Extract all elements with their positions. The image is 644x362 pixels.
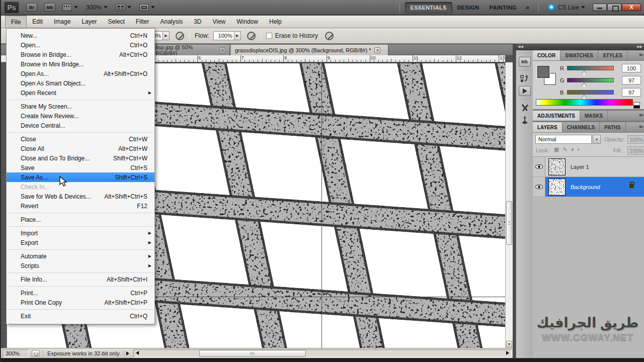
color-tab-color[interactable]: COLOR xyxy=(533,50,560,60)
actions-panel-button[interactable] xyxy=(519,86,531,96)
launch-mini-bridge-button[interactable]: Mb xyxy=(44,3,55,12)
layer-row-background[interactable]: Background xyxy=(533,177,644,197)
file-menu-item-file-info[interactable]: File Info...Alt+Shift+Ctrl+I xyxy=(7,275,154,284)
file-menu-item-print-one-copy[interactable]: Print One CopyAlt+Shift+Ctrl+P xyxy=(7,298,154,307)
adjustments-tab-masks[interactable]: MASKS xyxy=(580,111,608,121)
fill-value[interactable]: 100% xyxy=(627,146,644,155)
panel-menu-icon[interactable]: ▾≡ xyxy=(639,113,643,118)
file-menu-item-open-as[interactable]: Open As...Alt+Shift+Ctrl+O xyxy=(7,69,154,78)
scroll-left-button[interactable] xyxy=(136,351,139,355)
file-menu-item-save-as[interactable]: Save As...Shift+Ctrl+S xyxy=(7,172,154,182)
document-tab-1[interactable]: disp.jpg @ 50% (RGB/8#)× xyxy=(149,45,230,55)
color-tab-swatches[interactable]: SWATCHES xyxy=(560,50,598,60)
workspace-button-design[interactable]: DESIGN xyxy=(452,3,485,13)
layer-row-layer-1[interactable]: Layer 1 xyxy=(533,157,644,177)
airbrush-pressure-icon[interactable] xyxy=(247,32,256,40)
file-menu-item-revert[interactable]: RevertF12 xyxy=(7,201,154,211)
lock-all-icon[interactable]: ▪ xyxy=(578,146,580,153)
file-menu-item-check-in[interactable]: Check In... xyxy=(7,182,154,192)
menu-filter[interactable]: Filter xyxy=(130,16,155,28)
blend-mode-dropdown-arrow[interactable]: ▼ xyxy=(593,135,601,144)
workspace-overflow-button[interactable]: » xyxy=(522,4,533,11)
workspace-button-essentials[interactable]: ESSENTIALS xyxy=(405,2,452,13)
file-menu-item-close[interactable]: CloseCtrl+W xyxy=(7,134,154,144)
panel-menu-icon[interactable]: ▾≡ xyxy=(639,52,643,57)
close-button[interactable]: X xyxy=(622,4,641,11)
file-menu-item-open-as-smart-object[interactable]: Open As Smart Object... xyxy=(7,78,154,88)
scroll-right-button[interactable] xyxy=(506,351,509,355)
file-menu-item-open[interactable]: Open...Ctrl+O xyxy=(7,40,154,50)
erase-to-history-checkbox[interactable] xyxy=(266,33,272,39)
tablet-pressure-icon[interactable] xyxy=(325,32,334,40)
panel-dock-header[interactable]: ▶▶ xyxy=(533,44,644,50)
screen-mode-control[interactable] xyxy=(139,4,155,11)
3d-panel-button[interactable] xyxy=(519,115,531,125)
blend-mode-select[interactable]: Normal xyxy=(535,135,592,144)
spectrum-black-swatch[interactable] xyxy=(633,105,640,109)
tab-close-icon[interactable]: × xyxy=(219,47,225,53)
file-menu-item-new[interactable]: New...Ctrl+N xyxy=(7,31,154,40)
document-status-icon[interactable] xyxy=(32,350,40,357)
lock-paint-icon[interactable]: ✎ xyxy=(562,146,567,153)
file-menu-item-scripts[interactable]: Scripts▶ xyxy=(7,261,154,270)
file-menu-item-browse-in-bridge[interactable]: Browse in Bridge...Alt+Ctrl+O xyxy=(7,50,154,59)
horizontal-scrollbar[interactable] xyxy=(133,349,512,357)
file-menu-item-device-central[interactable]: Device Central... xyxy=(7,121,154,130)
channel-value-field[interactable]: 97 xyxy=(622,88,641,97)
file-menu-item-close-and-go-to-bridge[interactable]: Close and Go To Bridge...Shift+Ctrl+W xyxy=(7,153,154,163)
channel-gradient-slider[interactable] xyxy=(567,78,614,82)
vertical-scrollbar[interactable]: ▼ xyxy=(505,62,513,348)
zoom-level-control[interactable]: 300% xyxy=(86,4,108,11)
menu-edit[interactable]: Edit xyxy=(27,16,48,28)
menu-3d[interactable]: 3D xyxy=(188,16,207,28)
icon-dock-header[interactable]: ◀◀ xyxy=(516,44,533,50)
file-menu-item-create-new-review[interactable]: Create New Review... xyxy=(7,111,154,121)
menu-image[interactable]: Image xyxy=(48,16,76,28)
lock-move-icon[interactable]: + xyxy=(571,146,574,153)
arrange-documents-control[interactable] xyxy=(116,4,131,11)
view-extras-control[interactable] xyxy=(62,4,78,11)
panel-menu-icon[interactable]: ▾≡ xyxy=(639,124,643,129)
file-menu-item-browse-in-mini-bridge[interactable]: Browse in Mini Bridge... xyxy=(7,59,154,69)
foreground-color-swatch[interactable] xyxy=(537,66,549,78)
mini-bridge-panel-button[interactable]: Mb xyxy=(519,57,531,67)
scroll-down-button[interactable]: ▼ xyxy=(506,341,512,347)
cs-live-control[interactable]: CS Live xyxy=(548,4,585,11)
channel-slider-thumb[interactable] xyxy=(582,83,587,87)
menu-help[interactable]: Help xyxy=(264,16,287,28)
file-menu-item-import[interactable]: Import▶ xyxy=(7,228,154,238)
launch-bridge-button[interactable]: Br xyxy=(26,3,37,12)
file-menu-item-close-all[interactable]: Close AllAlt+Ctrl+W xyxy=(7,144,154,153)
opacity-value[interactable]: 100% xyxy=(627,135,644,144)
dock-grip-dots[interactable] xyxy=(518,52,531,55)
document-tab-2[interactable]: grassdisplaceDIS.jpg @ 300% (Background,… xyxy=(230,45,388,55)
channel-slider-thumb[interactable] xyxy=(582,71,587,75)
menu-select[interactable]: Select xyxy=(102,16,130,28)
workspace-button-painting[interactable]: PAINTING xyxy=(485,3,522,13)
menu-analysis[interactable]: Analysis xyxy=(154,16,188,28)
vertical-scrollbar-thumb[interactable] xyxy=(506,201,512,245)
layer-visibility-cell[interactable] xyxy=(533,177,545,197)
file-menu-item-open-recent[interactable]: Open Recent▶ xyxy=(7,88,154,98)
restore-button[interactable] xyxy=(607,4,621,11)
channel-gradient-slider[interactable] xyxy=(567,66,614,70)
layers-tab-paths[interactable]: PATHS xyxy=(600,122,625,132)
layers-tab-layers[interactable]: LAYERS xyxy=(533,122,562,132)
channel-value-field[interactable]: 100 xyxy=(622,64,641,72)
layers-tab-channels[interactable]: CHANNELS xyxy=(562,122,600,132)
airbrush-toggle-icon[interactable] xyxy=(176,32,184,40)
file-menu-item-share-my-screen[interactable]: Share My Screen... xyxy=(7,102,154,111)
menu-layer[interactable]: Layer xyxy=(76,16,102,28)
status-menu-arrow-icon[interactable] xyxy=(126,351,129,355)
file-menu-item-save-for-web-devices[interactable]: Save for Web & Devices...Alt+Shift+Ctrl+… xyxy=(7,192,154,201)
channel-gradient-slider[interactable] xyxy=(567,90,614,95)
file-menu-item-automate[interactable]: Automate▶ xyxy=(7,251,154,261)
flow-spinner-button[interactable]: ▶ xyxy=(234,31,241,40)
tool-presets-panel-button[interactable] xyxy=(519,103,531,113)
menu-file[interactable]: File xyxy=(5,16,27,28)
layer-visibility-cell[interactable] xyxy=(533,157,545,176)
flow-value-field[interactable]: 100% xyxy=(213,31,234,40)
opacity-spinner-button[interactable]: ▶ xyxy=(163,31,170,40)
menu-window[interactable]: Window xyxy=(231,16,264,28)
channel-slider-thumb[interactable] xyxy=(582,95,587,99)
